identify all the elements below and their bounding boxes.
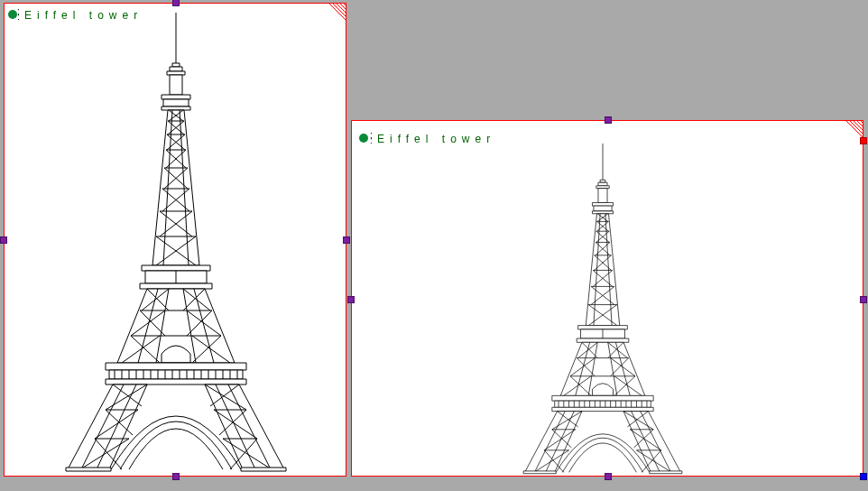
viewport-title: Eiffel tower — [377, 133, 495, 145]
hatch-corner-icon — [845, 121, 863, 139]
viewport-2[interactable]: :: Eiffel tower — [351, 120, 863, 477]
drag-grip-icon: :: — [17, 9, 20, 20]
drag-grip-icon: :: — [370, 133, 373, 144]
resize-handle-corner-br[interactable] — [860, 473, 867, 480]
resize-handle-top[interactable] — [605, 116, 612, 124]
eiffel-drawing — [41, 13, 311, 473]
resize-handle-bottom[interactable] — [605, 473, 612, 480]
resize-handle-top[interactable] — [172, 0, 180, 6]
resize-handle-right[interactable] — [343, 236, 350, 244]
resize-handle-left[interactable] — [0, 236, 7, 244]
resize-handle-left[interactable] — [347, 296, 355, 303]
resize-handle-bottom[interactable] — [172, 473, 180, 480]
hatch-corner-icon — [328, 4, 346, 22]
resize-handle-corner-tr[interactable] — [860, 137, 867, 144]
status-dot-icon — [8, 10, 17, 19]
svg-line-0 — [335, 4, 346, 14]
status-dot-icon — [359, 134, 368, 143]
resize-handle-right[interactable] — [860, 296, 867, 303]
eiffel-drawing — [505, 144, 700, 475]
viewport-1[interactable]: :: Eiffel tower — [4, 3, 346, 477]
svg-line-25 — [852, 121, 863, 132]
